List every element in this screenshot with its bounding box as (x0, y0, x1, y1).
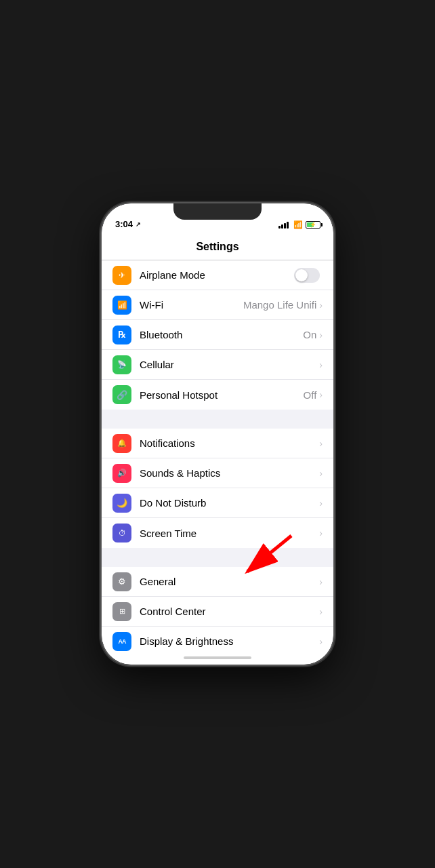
airplane-mode-toggle[interactable] (294, 268, 320, 283)
status-time: 3:04 ↗ (115, 219, 141, 229)
notch (173, 203, 262, 220)
wifi-label: Wi-Fi (140, 299, 243, 311)
cellular-label: Cellular (140, 359, 319, 370)
sounds-row[interactable]: 🔊 Sounds & Haptics › (102, 458, 333, 488)
home-indicator[interactable] (102, 651, 333, 665)
bluetooth-icon: ℞ (112, 326, 131, 344)
screen: 3:04 ↗ 📶 ⚡ (102, 203, 333, 665)
personal-hotspot-chevron: › (319, 389, 323, 400)
display-label: Display & Brightness (140, 635, 319, 647)
general-group: ⚙ General › ⊞ Control Center › AA (102, 567, 333, 651)
notifications-row[interactable]: 🔔 Notifications › (102, 429, 333, 458)
screen-time-chevron: › (319, 528, 323, 538)
do-not-disturb-label: Do Not Disturb (140, 497, 319, 509)
notifications-icon: 🔔 (112, 434, 131, 453)
nav-bar: Settings (102, 233, 333, 260)
wifi-icon: 📶 (293, 220, 303, 229)
location-icon: ↗ (136, 221, 141, 228)
bluetooth-row[interactable]: ℞ Bluetooth On › (102, 320, 333, 350)
connectivity-group: ✈ Airplane Mode 📶 Wi-Fi Mango Life Unifi… (102, 260, 333, 410)
wifi-chevron: › (319, 300, 323, 311)
bluetooth-label: Bluetooth (140, 329, 303, 340)
control-center-chevron: › (319, 606, 323, 617)
section-divider-2 (102, 548, 333, 567)
sounds-chevron: › (319, 468, 323, 479)
control-center-label: Control Center (140, 606, 319, 617)
bluetooth-chevron: › (319, 330, 323, 340)
battery-icon: ⚡ (306, 221, 323, 229)
signal-bar-4 (287, 222, 289, 229)
control-center-icon: ⊞ (112, 602, 131, 621)
section-divider-1 (102, 410, 333, 429)
status-icons: 📶 ⚡ (278, 220, 323, 229)
display-row[interactable]: AA Display & Brightness › (102, 627, 333, 651)
general-icon: ⚙ (112, 572, 131, 591)
airplane-mode-row[interactable]: ✈ Airplane Mode (102, 260, 333, 290)
general-row[interactable]: ⚙ General › (102, 567, 333, 597)
wifi-icon: 📶 (112, 296, 131, 315)
airplane-mode-label: Airplane Mode (140, 269, 294, 281)
signal-bars (278, 222, 289, 229)
cellular-icon: 📡 (112, 355, 131, 374)
do-not-disturb-icon: 🌙 (112, 494, 131, 513)
personal-hotspot-label: Personal Hotspot (140, 389, 304, 401)
do-not-disturb-chevron: › (319, 498, 323, 509)
cellular-chevron: › (319, 359, 323, 370)
do-not-disturb-row[interactable]: 🌙 Do Not Disturb › (102, 488, 333, 518)
screen-time-label: Screen Time (140, 528, 319, 539)
signal-bar-3 (284, 223, 286, 229)
notifications-chevron: › (319, 438, 323, 449)
notifications-label: Notifications (140, 437, 319, 449)
signal-bar-2 (281, 224, 283, 229)
cellular-row[interactable]: 📡 Cellular › (102, 350, 333, 380)
display-icon: AA (112, 632, 131, 651)
settings-list[interactable]: ✈ Airplane Mode 📶 Wi-Fi Mango Life Unifi… (102, 260, 333, 651)
display-chevron: › (319, 636, 323, 647)
bluetooth-value: On (303, 329, 316, 340)
signal-bar-1 (278, 226, 281, 229)
notifications-group: 🔔 Notifications › 🔊 Sounds & Haptics › (102, 429, 333, 548)
personal-hotspot-icon: 🔗 (112, 385, 131, 404)
screen-time-icon: ⏱ (112, 524, 131, 542)
personal-hotspot-value: Off (304, 389, 317, 401)
battery-lightning: ⚡ (306, 222, 320, 228)
home-bar (184, 656, 251, 659)
page-title: Settings (196, 241, 239, 253)
personal-hotspot-row[interactable]: 🔗 Personal Hotspot Off › (102, 380, 333, 410)
general-chevron: › (319, 576, 323, 587)
wifi-row[interactable]: 📶 Wi-Fi Mango Life Unifi › (102, 290, 333, 320)
general-label: General (140, 576, 319, 587)
phone-frame: 3:04 ↗ 📶 ⚡ (102, 203, 333, 665)
screen-time-row[interactable]: ⏱ Screen Time › (102, 518, 333, 548)
sounds-icon: 🔊 (112, 464, 131, 483)
airplane-mode-icon: ✈ (112, 266, 131, 285)
wifi-value: Mango Life Unifi (243, 299, 316, 311)
control-center-row[interactable]: ⊞ Control Center › (102, 597, 333, 627)
sounds-label: Sounds & Haptics (140, 467, 319, 479)
